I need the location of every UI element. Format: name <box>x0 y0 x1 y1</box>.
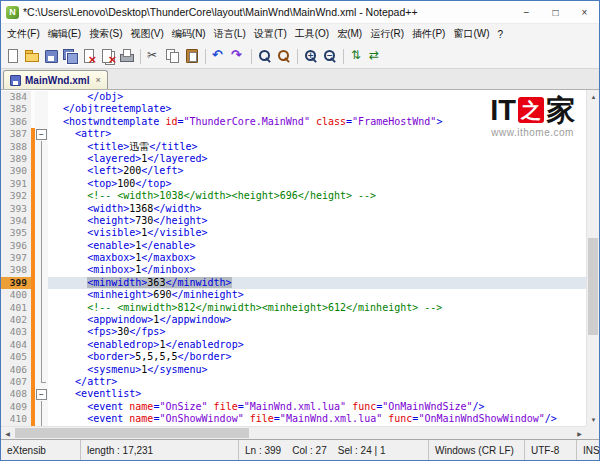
line-text[interactable]: </obj> <box>48 91 586 103</box>
line-text[interactable]: <!-- <minwidth>812</minwidth><minheight>… <box>48 302 586 314</box>
print-button[interactable] <box>118 47 136 65</box>
code-line-390[interactable]: 390 <left>200</left> <box>1 165 586 177</box>
copy-button[interactable] <box>164 47 182 65</box>
line-text[interactable]: <eventlist> <box>48 388 586 400</box>
menu-file[interactable]: 文件(F) <box>3 25 44 43</box>
save-all-button[interactable] <box>61 47 79 65</box>
open-folder-button[interactable] <box>23 47 41 65</box>
code-line-399[interactable]: 399 <minwidth>363</minwidth> <box>1 277 586 289</box>
code-line-386[interactable]: 386 <hostwndtemplate id="ThunderCore.Mai… <box>1 116 586 128</box>
redo-button[interactable] <box>229 47 247 65</box>
tab-close-icon[interactable]: × <box>95 75 100 85</box>
line-text[interactable]: <height>730</height> <box>48 215 586 227</box>
replace-button[interactable] <box>275 47 293 65</box>
code-line-388[interactable]: 388 <title>迅雷</title> <box>1 141 586 153</box>
menu-encoding[interactable]: 编码(N) <box>168 25 210 43</box>
line-text[interactable]: </objtreetemplate> <box>48 103 586 115</box>
line-text[interactable]: <appwindow>1</appwindow> <box>48 314 586 326</box>
zoom-out-button[interactable] <box>321 47 339 65</box>
menu-edit[interactable]: 编辑(E) <box>44 25 85 43</box>
fold-collapse-icon[interactable] <box>35 128 48 140</box>
line-text[interactable]: <hostwndtemplate id="ThunderCore.MainWnd… <box>48 116 586 128</box>
menu-run[interactable]: 运行(R) <box>366 25 408 43</box>
code-line-396[interactable]: 396 <enable>1</enable> <box>1 240 586 252</box>
line-text[interactable]: <minbox>1</minbox> <box>48 264 586 276</box>
status-insert-mode[interactable]: INS <box>577 440 599 460</box>
code-line-398[interactable]: 398 <minbox>1</minbox> <box>1 264 586 276</box>
line-text[interactable]: <top>100</top> <box>48 178 586 190</box>
titlebar[interactable]: N *C:\Users\Lenovo\Desktop\ThunderCore\l… <box>1 1 599 24</box>
line-text[interactable]: <minwidth>363</minwidth> <box>48 277 586 289</box>
code-line-408[interactable]: 408 <eventlist> <box>1 388 586 400</box>
code-line-393[interactable]: 393 <width>1368</width> <box>1 203 586 215</box>
menu-language[interactable]: 语言(L) <box>210 25 250 43</box>
code-line-400[interactable]: 400 <minheight>690</minheight> <box>1 289 586 301</box>
zoom-in-button[interactable] <box>302 47 320 65</box>
undo-button[interactable] <box>210 47 228 65</box>
line-text[interactable]: <event name="OnShowWindow" file="MainWnd… <box>48 413 586 425</box>
line-text[interactable]: <event name="OnSize" file="MainWnd.xml.l… <box>48 401 586 413</box>
line-text[interactable]: <fps>30</fps> <box>48 326 586 338</box>
horizontal-scrollbar[interactable]: ◀ ▶ <box>1 426 586 439</box>
menu-settings[interactable]: 设置(T) <box>250 25 291 43</box>
code-line-394[interactable]: 394 <height>730</height> <box>1 215 586 227</box>
scroll-down-icon[interactable]: ▼ <box>587 413 599 426</box>
line-text[interactable]: <layered>1</layered> <box>48 153 586 165</box>
code-line-395[interactable]: 395 <visible>1</visible> <box>1 227 586 239</box>
code-view[interactable]: 384 </obj>385 </objtreetemplate>386 <hos… <box>1 90 586 426</box>
code-line-387[interactable]: 387 <attr> <box>1 128 586 140</box>
code-line-404[interactable]: 404 <enabledrop>1</enabledrop> <box>1 339 586 351</box>
code-line-406[interactable]: 406 <sysmenu>1</sysmenu> <box>1 364 586 376</box>
status-eol-format[interactable]: Windows (CR LF) <box>429 440 525 460</box>
close-file-button[interactable] <box>80 47 98 65</box>
code-line-401[interactable]: 401 <!-- <minwidth>812</minwidth><minhei… <box>1 302 586 314</box>
scroll-left-icon[interactable]: ◀ <box>1 427 14 439</box>
vertical-scroll-thumb[interactable] <box>588 238 598 335</box>
menu-window[interactable]: 窗口(W) <box>449 25 493 43</box>
save-button[interactable] <box>42 47 60 65</box>
minimize-button[interactable]: − <box>512 1 541 23</box>
maximize-button[interactable]: □ <box>541 1 570 23</box>
menu-view[interactable]: 视图(V) <box>126 25 167 43</box>
line-text[interactable]: <enable>1</enable> <box>48 240 586 252</box>
find-button[interactable] <box>256 47 274 65</box>
line-text[interactable]: <!-- <width>1038</width><height>696</hei… <box>48 190 586 202</box>
line-text[interactable]: <attr> <box>48 128 586 140</box>
code-line-405[interactable]: 405 <border>5,5,5,5</border> <box>1 351 586 363</box>
cut-button[interactable] <box>145 47 163 65</box>
code-line-391[interactable]: 391 <top>100</top> <box>1 178 586 190</box>
sync-vertical-button[interactable] <box>348 47 366 65</box>
vertical-scrollbar[interactable]: ▲ ▼ <box>586 90 599 426</box>
line-text[interactable]: <left>200</left> <box>48 165 586 177</box>
menu-plugins[interactable]: 插件(P) <box>408 25 449 43</box>
sync-horizontal-button[interactable] <box>367 47 385 65</box>
close-all-button[interactable] <box>99 47 117 65</box>
menu-macro[interactable]: 宏(M) <box>333 25 366 43</box>
menu-help[interactable]: ? <box>494 27 508 42</box>
code-line-409[interactable]: 409 <event name="OnSize" file="MainWnd.x… <box>1 401 586 413</box>
code-line-410[interactable]: 410 <event name="OnShowWindow" file="Mai… <box>1 413 586 425</box>
paste-button[interactable] <box>183 47 201 65</box>
line-text[interactable]: <minheight>690</minheight> <box>48 289 586 301</box>
code-line-407[interactable]: 407 </attr> <box>1 376 586 388</box>
editor-area[interactable]: 384 </obj>385 </objtreetemplate>386 <hos… <box>1 90 599 439</box>
code-line-403[interactable]: 403 <fps>30</fps> <box>1 326 586 338</box>
tab-mainwnd-xml[interactable]: MainWnd.xml × <box>3 70 108 89</box>
line-text[interactable]: </attr> <box>48 376 586 388</box>
close-button[interactable]: × <box>570 1 599 23</box>
scroll-up-icon[interactable]: ▲ <box>587 90 599 103</box>
line-text[interactable]: <enabledrop>1</enabledrop> <box>48 339 586 351</box>
menu-tools[interactable]: 工具(O) <box>291 25 333 43</box>
code-line-397[interactable]: 397 <maxbox>1</maxbox> <box>1 252 586 264</box>
scroll-right-icon[interactable]: ▶ <box>573 427 586 439</box>
line-text[interactable]: <sysmenu>1</sysmenu> <box>48 364 586 376</box>
horizontal-scroll-thumb[interactable] <box>15 428 249 438</box>
fold-collapse-icon[interactable] <box>35 388 48 400</box>
line-text[interactable]: <visible>1</visible> <box>48 227 586 239</box>
code-line-392[interactable]: 392 <!-- <width>1038</width><height>696<… <box>1 190 586 202</box>
code-line-389[interactable]: 389 <layered>1</layered> <box>1 153 586 165</box>
line-text[interactable]: <title>迅雷</title> <box>48 141 586 153</box>
line-text[interactable]: <border>5,5,5,5</border> <box>48 351 586 363</box>
menu-search[interactable]: 搜索(S) <box>85 25 126 43</box>
status-encoding[interactable]: UTF-8 <box>525 440 577 460</box>
